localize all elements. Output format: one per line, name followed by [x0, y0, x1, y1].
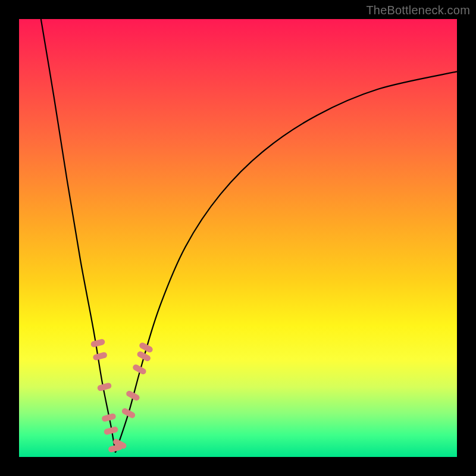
highlight-marker [121, 407, 136, 419]
plot-area [19, 19, 457, 457]
chart-svg [19, 19, 457, 457]
watermark-text: TheBottleneck.com [366, 4, 470, 17]
highlight-marker [92, 352, 108, 361]
highlight-marker [97, 382, 112, 392]
highlight-markers [90, 339, 154, 453]
outer-frame: TheBottleneck.com [0, 0, 476, 476]
highlight-marker [90, 339, 106, 348]
curve-right-branch [115, 71, 457, 452]
